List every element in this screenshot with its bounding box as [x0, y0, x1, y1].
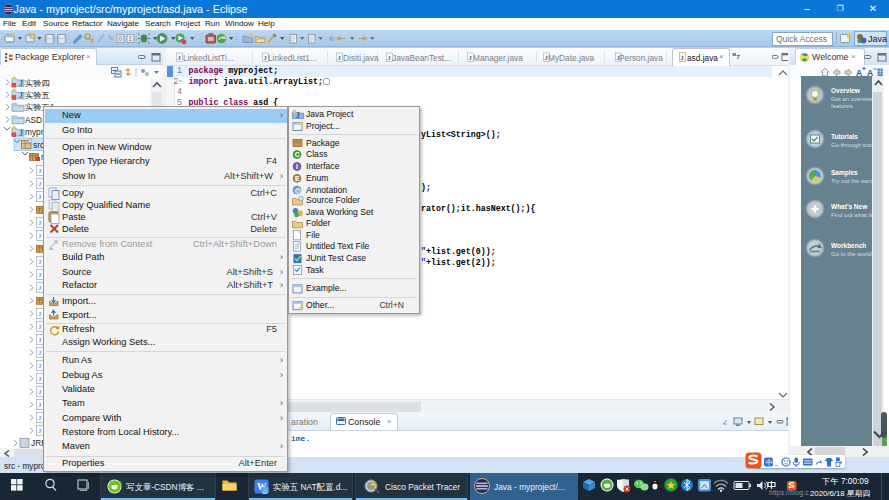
svg-text:实验五: 实验五: [25, 90, 50, 100]
svg-text:实验四: 实验四: [25, 78, 50, 88]
svg-text:ASD: ASD: [25, 115, 42, 125]
svg-text:E: E: [295, 175, 300, 182]
svg-text:@: @: [294, 187, 301, 194]
svg-text:0: 0: [119, 35, 123, 42]
svg-text:C: C: [295, 151, 300, 158]
svg-text:J: J: [296, 111, 300, 120]
svg-text:1: 1: [129, 35, 133, 42]
svg-text:中: 中: [766, 458, 774, 467]
svg-text:ˍ: ˍ: [775, 458, 778, 467]
svg-text:I: I: [296, 163, 298, 170]
